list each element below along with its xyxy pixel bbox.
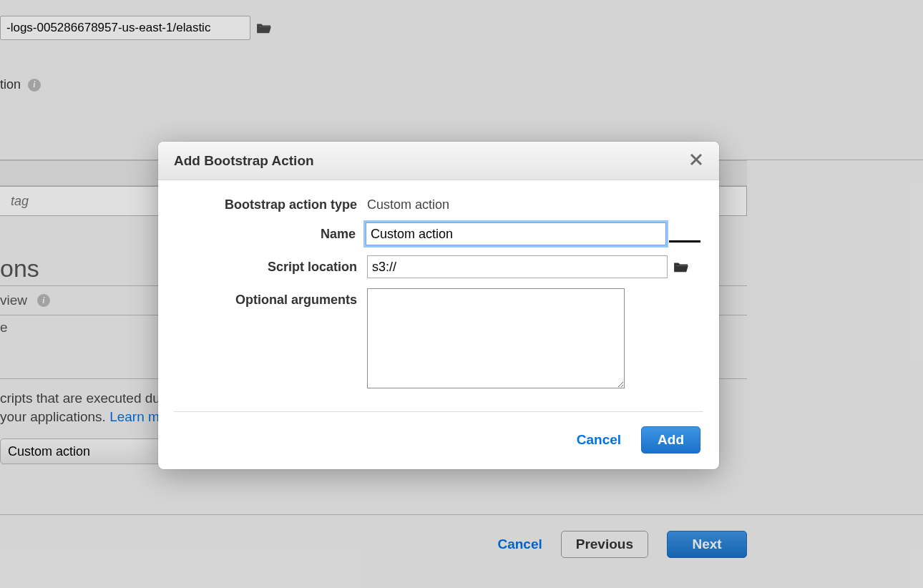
cancel-button[interactable]: Cancel (577, 432, 621, 448)
modal-title: Add Bootstrap Action (174, 153, 314, 169)
info-icon[interactable]: i (28, 79, 41, 92)
field-label-type: Bootstrap action type (177, 193, 367, 212)
folder-open-icon[interactable] (673, 260, 689, 273)
annotation-line (669, 240, 700, 242)
modal-body: Bootstrap action type Custom action Name… (158, 180, 719, 404)
desc-text-partial: cripts that are executed du (0, 391, 160, 406)
logs-path-input[interactable] (0, 16, 250, 40)
view-label-partial: view (0, 293, 27, 308)
name-input[interactable] (366, 222, 666, 245)
script-location-input[interactable] (367, 255, 668, 278)
close-icon[interactable] (689, 152, 703, 170)
modal-footer: Cancel Add (174, 411, 703, 469)
section-label-partial: tion (0, 77, 21, 92)
info-icon[interactable]: i (37, 294, 50, 307)
field-value-type: Custom action (367, 193, 700, 212)
divider (0, 514, 923, 515)
add-bootstrap-action-modal: Add Bootstrap Action Bootstrap action ty… (158, 142, 719, 469)
previous-button[interactable]: Previous (561, 531, 648, 558)
modal-header: Add Bootstrap Action (158, 142, 719, 180)
field-label-name: Name (177, 222, 366, 242)
learn-more-link-partial[interactable]: Learn m (109, 409, 160, 424)
next-button[interactable]: Next (667, 531, 747, 558)
field-label-args: Optional arguments (177, 288, 367, 308)
field-label-script: Script location (177, 255, 367, 275)
cancel-link[interactable]: Cancel (497, 536, 542, 552)
add-button[interactable]: Add (641, 426, 700, 454)
folder-open-icon[interactable] (256, 21, 272, 34)
desc-text-partial-2: your applications. (0, 409, 109, 424)
optional-arguments-textarea[interactable] (367, 288, 625, 388)
